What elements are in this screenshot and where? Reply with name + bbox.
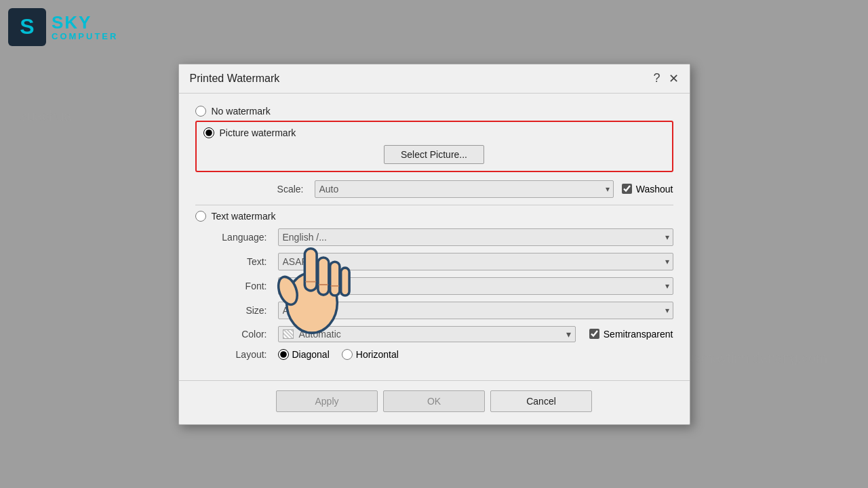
text-watermark-radio[interactable] xyxy=(195,211,206,222)
language-select[interactable]: English /... xyxy=(278,228,673,246)
size-label: Size: xyxy=(212,305,273,316)
semitransparent-check-row: Semitransparent xyxy=(589,329,673,340)
washout-label: Washout xyxy=(636,184,673,195)
cancel-button[interactable]: Cancel xyxy=(490,390,592,412)
layout-horizontal-radio[interactable] xyxy=(342,349,353,360)
titlebar-buttons: ? ✕ xyxy=(653,71,678,86)
font-select[interactable]: Calibri xyxy=(278,277,673,295)
color-label: Color: xyxy=(212,329,273,340)
layout-row: Layout: Diagonal Horizontal xyxy=(212,349,673,360)
font-row: Font: Calibri ▾ xyxy=(212,277,673,295)
semitransparent-checkbox[interactable] xyxy=(589,329,599,339)
layout-diagonal-item: Diagonal xyxy=(278,349,330,360)
size-select[interactable]: Auto xyxy=(278,302,673,319)
language-row: Language: English /... ▾ xyxy=(212,228,673,246)
picture-watermark-label: Picture watermark xyxy=(220,127,296,138)
printed-watermark-dialog: Printed Watermark ? ✕ No watermark Pictu… xyxy=(178,64,690,425)
apply-button[interactable]: Apply xyxy=(276,390,378,412)
text-watermark-fields: Language: English /... ▾ Text: xyxy=(212,228,673,360)
scale-dropdown-wrapper: Auto ▾ xyxy=(315,180,614,198)
font-label: Font: xyxy=(212,281,273,291)
dialog-body: No watermark Picture watermark Select Pi… xyxy=(179,94,690,380)
select-picture-button[interactable]: Select Picture... xyxy=(384,145,484,164)
dialog-overlay: Printed Watermark ? ✕ No watermark Pictu… xyxy=(0,0,868,488)
layout-diagonal-label: Diagonal xyxy=(292,349,330,360)
color-button[interactable]: Automatic ▾ xyxy=(278,326,576,342)
ok-button[interactable]: OK xyxy=(383,390,485,412)
scale-label: Scale: xyxy=(262,184,309,195)
text-select[interactable]: ASAP xyxy=(278,253,673,270)
text-watermark-label: Text watermark xyxy=(212,211,276,222)
layout-radios: Diagonal Horizontal xyxy=(278,349,399,360)
dialog-titlebar: Printed Watermark ? ✕ xyxy=(179,64,690,94)
text-row: Text: ASAP ▾ xyxy=(212,253,673,270)
semitransparent-label: Semitransparent xyxy=(604,329,673,340)
layout-diagonal-radio[interactable] xyxy=(278,349,289,360)
text-watermark-section: Text watermark Language: English /... ▾ xyxy=(195,211,673,360)
text-dropdown-wrapper: ASAP ▾ xyxy=(278,253,673,270)
washout-checkbox[interactable] xyxy=(622,184,632,194)
no-watermark-row: No watermark xyxy=(195,106,673,117)
picture-watermark-radio[interactable] xyxy=(203,127,214,138)
scale-washout-row: Scale: Auto ▾ Washout xyxy=(262,180,673,198)
picture-watermark-row: Picture watermark xyxy=(203,127,665,138)
color-swatch xyxy=(283,329,294,339)
help-button[interactable]: ? xyxy=(653,71,660,85)
dialog-footer: Apply OK Cancel xyxy=(179,380,690,424)
color-dropdown-arrow: ▾ xyxy=(566,329,571,340)
dialog-title: Printed Watermark xyxy=(190,73,280,85)
font-dropdown-wrapper: Calibri ▾ xyxy=(278,277,673,295)
no-watermark-label: No watermark xyxy=(212,106,271,117)
scale-select[interactable]: Auto xyxy=(315,180,614,198)
washout-row: Washout xyxy=(622,184,673,195)
language-dropdown-wrapper: English /... ▾ xyxy=(278,228,673,246)
layout-horizontal-label: Horizontal xyxy=(356,349,399,360)
size-row: Size: Auto ▾ xyxy=(212,302,673,319)
size-dropdown-wrapper: Auto ▾ xyxy=(278,302,673,319)
layout-horizontal-item: Horizontal xyxy=(342,349,399,360)
layout-label: Layout: xyxy=(212,349,273,360)
color-value: Automatic xyxy=(299,329,341,340)
color-row: Color: Automatic ▾ Semitransparent xyxy=(212,326,673,342)
text-watermark-row: Text watermark xyxy=(195,211,673,222)
text-label: Text: xyxy=(212,256,273,267)
language-label: Language: xyxy=(212,232,273,243)
close-button[interactable]: ✕ xyxy=(669,71,679,86)
no-watermark-radio[interactable] xyxy=(195,106,206,117)
picture-watermark-box: Picture watermark Select Picture... xyxy=(195,121,673,172)
